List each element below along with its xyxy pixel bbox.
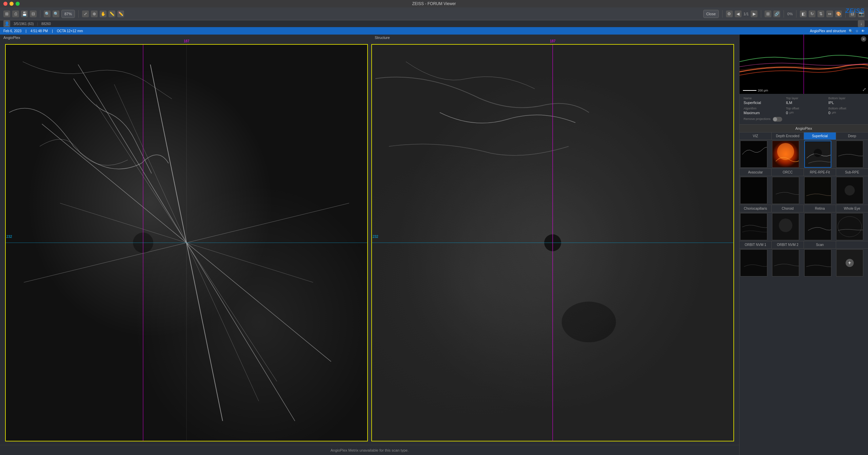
tab-superficial[interactable]: Superficial xyxy=(804,132,836,140)
svg-rect-34 xyxy=(805,213,831,240)
scan-time: 4:51:48 PM xyxy=(31,29,48,33)
close-oct-button[interactable]: ✕ xyxy=(861,36,866,42)
thumb-scan[interactable] xyxy=(804,249,831,276)
zoom-fit-icon[interactable]: ⤢ xyxy=(82,11,89,17)
patient-info: 3/5/1961 (63) xyxy=(14,22,34,26)
patient-icon[interactable]: 👤 xyxy=(3,20,10,27)
algorithm-label: Algorithm xyxy=(744,107,779,110)
overlay-icon[interactable]: ◧ xyxy=(800,11,807,17)
star-icon-bar[interactable]: ☆ xyxy=(855,29,859,33)
settings-icon[interactable]: ⚙ xyxy=(726,11,733,17)
tab-depth-encoded[interactable]: Depth Encoded xyxy=(772,132,804,140)
svg-rect-26 xyxy=(741,177,767,204)
thumb-avascular[interactable] xyxy=(740,177,767,204)
tab-orbit-nvm-1[interactable]: ORBIT NVM 1 xyxy=(739,241,772,248)
remove-projections-toggle[interactable] xyxy=(773,117,782,122)
tab-deep[interactable]: Deep xyxy=(836,132,868,140)
bottom-layer-col: Bottom layer IPL xyxy=(828,97,864,105)
svg-rect-28 xyxy=(805,177,831,204)
tab-orcc[interactable]: ORCC xyxy=(772,169,804,176)
tab-choriocapillaris[interactable]: Choriocapillaris xyxy=(739,205,772,212)
thumb-choriocapillaris[interactable] xyxy=(740,213,767,240)
separator-3 xyxy=(722,10,723,18)
thumb-retina[interactable] xyxy=(804,213,831,240)
layout-icon[interactable]: ⊟ xyxy=(30,11,37,17)
close-button[interactable]: Close xyxy=(703,10,719,18)
grid-icon[interactable]: ⊞ xyxy=(765,11,771,17)
tab-choroid[interactable]: Choroid xyxy=(772,205,804,212)
maximize-traffic-light[interactable] xyxy=(16,2,20,6)
svg-point-14 xyxy=(562,302,616,342)
top-offset-label: Top offset xyxy=(786,107,822,110)
scan-type: OCTA 12×12 mm xyxy=(57,29,83,33)
scale-label: 200 μm xyxy=(758,89,768,92)
tab-orbit-nvm-2[interactable]: ORBIT NVM 2 xyxy=(772,241,804,248)
angioplex-panel: 187 xyxy=(5,44,368,441)
status-text: AngioPlex Metrix unavailable for this sc… xyxy=(331,448,409,452)
color-icon[interactable]: 🎨 xyxy=(835,11,842,17)
next-icon[interactable]: ▶ xyxy=(751,11,757,17)
separator-1 xyxy=(40,10,40,18)
bottom-offset-col: Bottom offset 0 μm xyxy=(828,107,864,115)
thumb-deep[interactable] xyxy=(836,141,863,168)
panels-header: AngioPlex Structure xyxy=(0,35,739,41)
layer-info: Name Superficial Top layer ILM Bottom la… xyxy=(739,94,868,125)
home-icon[interactable]: ⊞ xyxy=(3,11,10,17)
thumb-viz[interactable] xyxy=(740,141,767,168)
thumb-avascular-img xyxy=(741,177,767,204)
thumb-orcc[interactable] xyxy=(772,177,799,204)
tab-rpe-fit[interactable]: RPE-RPE-Fit xyxy=(804,169,836,176)
annotate-icon[interactable]: ✏️ xyxy=(117,11,124,17)
print-icon[interactable]: ⎙ xyxy=(12,11,19,17)
info-bar: 👤 3/5/1961 (63) | 88260 ↓ xyxy=(0,20,868,27)
zoom-out-icon[interactable]: 🔍 xyxy=(53,11,59,17)
tab-sub-rpe[interactable]: Sub-RPE xyxy=(836,169,868,176)
thumb-deep-img xyxy=(836,141,863,167)
x-icon[interactable]: ✕ xyxy=(861,36,866,42)
zoom-value[interactable]: 87% xyxy=(61,10,75,18)
thumb-sub-rpe[interactable] xyxy=(836,177,863,204)
algorithm-value: Maximum xyxy=(744,111,779,115)
close-traffic-light[interactable] xyxy=(3,2,7,6)
thumb-scan-img xyxy=(805,250,831,276)
zoom-in-icon[interactable]: 🔍 xyxy=(44,11,51,17)
thumb-superficial[interactable] xyxy=(804,141,831,168)
blue-bar: Feb 6, 2023 | 4:51:48 PM | OCTA 12×12 mm… xyxy=(0,27,868,35)
thumb-orbit-nvm-1-img xyxy=(741,250,767,276)
link-icon[interactable]: 🔗 xyxy=(773,11,780,17)
prev-icon[interactable]: ◀ xyxy=(735,11,742,17)
main-content: AngioPlex Structure 187 xyxy=(0,35,739,455)
oct-scale: 200 μm xyxy=(743,89,768,92)
minimize-traffic-light[interactable] xyxy=(9,2,14,6)
measure-icon[interactable]: 📏 xyxy=(108,11,115,17)
flip-icon[interactable]: ⇅ xyxy=(817,11,824,17)
separator-6 xyxy=(796,10,796,18)
tab-scan[interactable]: Scan xyxy=(804,241,836,248)
thumb-orbit-nvm-1[interactable] xyxy=(740,249,767,276)
thumb-rpe-fit[interactable] xyxy=(804,177,831,204)
save-icon[interactable]: 💾 xyxy=(21,11,28,17)
scale-bar xyxy=(743,90,756,91)
viewer-area: 187 xyxy=(0,41,739,445)
svg-rect-38 xyxy=(772,250,799,276)
tab-avascular[interactable]: Avascular xyxy=(739,169,772,176)
tab-whole-eye[interactable]: Whole Eye xyxy=(836,205,868,212)
tab-viz[interactable]: VIZ xyxy=(739,132,772,140)
pan-icon[interactable]: ✋ xyxy=(100,11,106,17)
tab-retina[interactable]: Retina xyxy=(804,205,836,212)
eye-icon-bar[interactable]: 👁 xyxy=(861,29,865,33)
structure-frame[interactable]: 232 xyxy=(371,44,734,441)
thumb-depth-encoded[interactable] xyxy=(772,141,799,168)
thumb-whole-eye[interactable] xyxy=(836,213,863,240)
zoom-actual-icon[interactable]: ⊕ xyxy=(91,11,98,17)
left-scan-indicator: 187 xyxy=(184,39,190,43)
add-layer-button[interactable]: + xyxy=(846,259,854,267)
search-icon-bar[interactable]: 🔍 xyxy=(849,29,853,33)
export-icon[interactable]: ↓ xyxy=(858,20,865,27)
rotate-icon[interactable]: ↻ xyxy=(809,11,815,17)
thumb-choroid[interactable] xyxy=(772,213,799,240)
expand-oct-icon[interactable]: ⤢ xyxy=(862,87,866,92)
thumb-orbit-nvm-2[interactable] xyxy=(772,249,799,276)
angioplex-frame[interactable]: 232 xyxy=(5,44,368,441)
mirror-icon[interactable]: ⇔ xyxy=(826,11,833,17)
